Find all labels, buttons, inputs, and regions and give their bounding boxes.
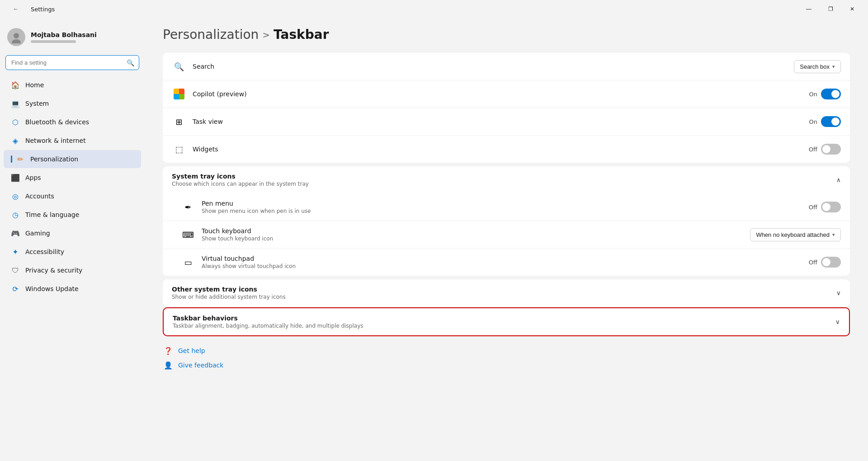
widgets-label-block: Widgets: [193, 146, 809, 153]
title-bar: ← Settings — ❐ ✕: [0, 0, 868, 18]
sidebar-item-gaming[interactable]: 🎮 Gaming: [4, 224, 141, 242]
search-icon[interactable]: 🔍: [122, 59, 139, 66]
user-sub: [31, 40, 76, 43]
dropdown-button[interactable]: Search box▾: [794, 60, 841, 73]
tray-item-pen-menu: ✒Pen menuShow pen menu icon when pen is …: [163, 193, 850, 221]
restore-button[interactable]: ❐: [820, 2, 841, 16]
apps-nav-icon: ⬛: [11, 173, 20, 182]
search-label: Search: [193, 63, 794, 70]
touch-keyboard-label: Touch keyboard: [202, 227, 750, 235]
nav-label-accounts: Accounts: [25, 193, 54, 200]
toggle-knob: [822, 203, 830, 211]
toggle-knob: [831, 118, 840, 126]
toggle-switch[interactable]: [821, 116, 841, 127]
help-icon: ❓: [163, 345, 174, 356]
toggle-switch[interactable]: [821, 257, 841, 268]
pen-menu-icon: ✒: [181, 200, 195, 214]
breadcrumb-separator: >: [262, 29, 270, 40]
title-bar-left: ← Settings: [5, 2, 55, 16]
sidebar-item-bluetooth[interactable]: ⬡ Bluetooth & devices: [4, 113, 141, 131]
dropdown-value: When no keyboard attached: [756, 231, 830, 238]
sidebar-item-system[interactable]: 💻 System: [4, 94, 141, 113]
taskview-toggle-label: On: [809, 118, 817, 125]
taskbar-behaviors-header-row[interactable]: Taskbar behaviors Taskbar alignment, bad…: [164, 308, 849, 335]
taskview-control: On: [809, 116, 841, 127]
toggle-switch[interactable]: [821, 202, 841, 212]
pen-menu-toggle-label: Off: [809, 204, 817, 211]
sidebar-item-accessibility[interactable]: ✦ Accessibility: [4, 243, 141, 261]
system-tray-items: ✒Pen menuShow pen menu icon when pen is …: [163, 193, 850, 276]
toggle-knob: [831, 90, 840, 98]
virtual-touchpad-label-block: Virtual touchpadAlways show virtual touc…: [202, 255, 809, 269]
footer-link-help[interactable]: ❓ Get help: [163, 345, 850, 356]
pen-menu-label-block: Pen menuShow pen menu icon when pen is i…: [202, 200, 809, 214]
search-input[interactable]: [6, 56, 122, 70]
breadcrumb-current: Taskbar: [274, 27, 329, 42]
svg-point-0: [14, 33, 19, 38]
taskview-label: Task view: [193, 118, 809, 125]
system-tray-chevron: ∧: [836, 176, 841, 183]
toggle-knob: [822, 258, 830, 266]
widgets-label: Widgets: [193, 146, 809, 153]
minimize-button[interactable]: —: [798, 2, 819, 16]
breadcrumb-parent[interactable]: Personalization: [163, 27, 259, 42]
dropdown-button[interactable]: When no keyboard attached▾: [750, 228, 841, 241]
toggle-switch[interactable]: [821, 89, 841, 99]
taskbar-items-card: 🔍SearchSearch box▾Copilot (preview)On⊞Ta…: [163, 53, 850, 163]
taskview-label-block: Task view: [193, 118, 809, 125]
virtual-touchpad-toggle-label: Off: [809, 259, 817, 266]
taskbar-behaviors-card: Taskbar behaviors Taskbar alignment, bad…: [163, 307, 850, 336]
chevron-down-icon: ▾: [832, 232, 835, 238]
bluetooth-nav-icon: ⬡: [11, 118, 20, 127]
nav-label-network: Network & internet: [25, 137, 86, 144]
touch-keyboard-icon: ⌨: [181, 227, 195, 242]
taskbar-item-copilot: Copilot (preview)On: [163, 80, 850, 108]
active-indicator: [11, 155, 12, 163]
help-label: Get help: [178, 347, 205, 354]
toggle-switch[interactable]: [821, 144, 841, 155]
sidebar-item-privacy[interactable]: 🛡 Privacy & security: [4, 261, 141, 279]
other-tray-title: Other system tray icons: [172, 286, 286, 293]
close-button[interactable]: ✕: [842, 2, 863, 16]
user-info: Mojtaba Bolhasani: [31, 31, 97, 43]
sidebar-item-apps[interactable]: ⬛ Apps: [4, 169, 141, 187]
other-tray-header-row[interactable]: Other system tray icons Show or hide add…: [163, 279, 850, 306]
widgets-control: Off: [809, 144, 841, 155]
sidebar-item-time[interactable]: ◷ Time & language: [4, 206, 141, 224]
nav-label-bluetooth: Bluetooth & devices: [25, 118, 89, 126]
back-icon: ←: [13, 6, 19, 12]
footer-links: ❓ Get help 👤 Give feedback: [163, 345, 850, 371]
sidebar-item-update[interactable]: ⟳ Windows Update: [4, 280, 141, 298]
dropdown-value: Search box: [800, 63, 830, 70]
sidebar-item-personalization[interactable]: ✏ Personalization: [4, 150, 141, 168]
sidebar-item-home[interactable]: 🏠 Home: [4, 76, 141, 94]
system-nav-icon: 💻: [11, 99, 20, 108]
sidebar-search-box[interactable]: 🔍: [5, 55, 139, 70]
toggle-knob: [822, 145, 830, 153]
taskbar-behaviors-chevron: ∨: [835, 318, 840, 325]
minimize-icon: —: [806, 6, 811, 12]
taskbar-behaviors-desc: Taskbar alignment, badging, automaticall…: [173, 323, 363, 329]
nav-label-privacy: Privacy & security: [25, 267, 82, 274]
system-tray-header-row[interactable]: System tray icons Choose which icons can…: [163, 166, 850, 193]
sidebar-item-accounts[interactable]: ◎ Accounts: [4, 187, 141, 205]
taskbar-item-search: 🔍SearchSearch box▾: [163, 53, 850, 80]
nav-items: 🏠 Home 💻 System ⬡ Bluetooth & devices ◈ …: [0, 75, 145, 298]
breadcrumb: Personalization > Taskbar: [163, 27, 850, 42]
touch-keyboard-label-block: Touch keyboardShow touch keyboard icon: [202, 227, 750, 242]
avatar-icon: [10, 31, 23, 43]
system-tray-desc: Choose which icons can appear in the sys…: [172, 181, 309, 187]
back-button[interactable]: ←: [5, 2, 26, 16]
time-nav-icon: ◷: [11, 210, 20, 219]
copilot-label: Copilot (preview): [193, 90, 809, 98]
gaming-nav-icon: 🎮: [11, 229, 20, 238]
other-tray-desc: Show or hide additional system tray icon…: [172, 294, 286, 300]
taskbar-item-widgets: ⬚WidgetsOff: [163, 136, 850, 163]
nav-label-apps: Apps: [25, 174, 41, 181]
nav-label-update: Windows Update: [25, 285, 79, 292]
system-tray-section: System tray icons Choose which icons can…: [163, 166, 850, 276]
sidebar-item-network[interactable]: ◈ Network & internet: [4, 132, 141, 150]
taskview-icon: ⊞: [172, 114, 186, 129]
feedback-label: Give feedback: [178, 362, 223, 369]
footer-link-feedback[interactable]: 👤 Give feedback: [163, 360, 850, 371]
